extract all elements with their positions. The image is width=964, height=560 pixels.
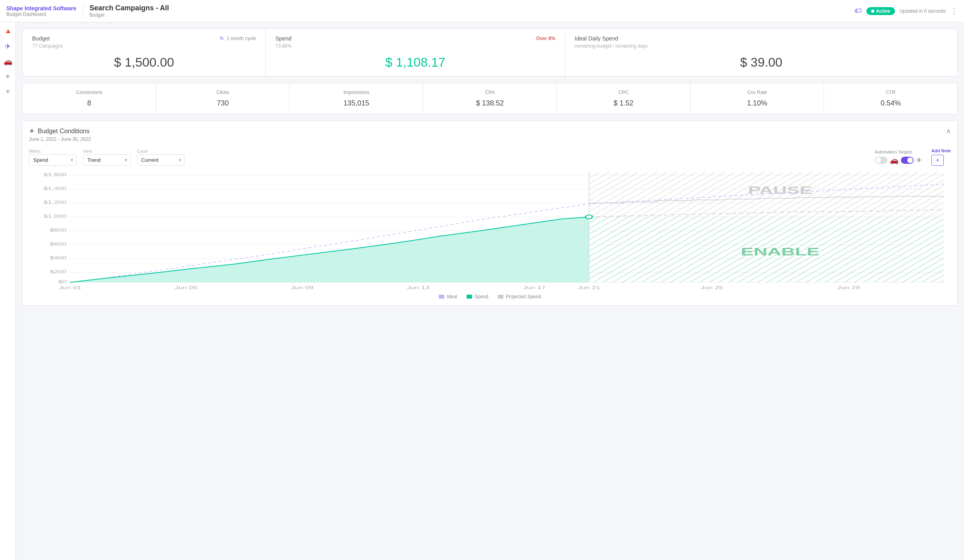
sidebar-icon-stacked[interactable]: 🔺 bbox=[4, 27, 12, 36]
metric-select[interactable]: Spend bbox=[29, 154, 77, 166]
stat-value-4: $ 1.52 bbox=[560, 99, 687, 107]
target-plane-icon: ✈ bbox=[916, 156, 922, 165]
spend-over-badge: Over 8% bbox=[536, 36, 555, 41]
svg-text:Jun 05: Jun 05 bbox=[175, 285, 198, 290]
view-filter: View Trend bbox=[83, 149, 131, 166]
stat-value-3: $ 138.52 bbox=[426, 99, 553, 107]
view-select[interactable]: Trend bbox=[83, 154, 131, 166]
view-label: View bbox=[83, 149, 131, 153]
cycle-select[interactable]: Current bbox=[137, 154, 184, 166]
cycle-icon: ↻ bbox=[220, 36, 224, 41]
stat-item: Conversions 8 bbox=[23, 83, 156, 114]
legend-spend-label: Spend bbox=[474, 294, 488, 299]
brand-block: Shape Integrated Software Budget Dashboa… bbox=[6, 5, 77, 17]
brand-sub: Budget Dashboard bbox=[6, 12, 77, 17]
active-badge: Active bbox=[866, 7, 895, 15]
main-content: Budget ↻ 1 month cycle 77 Campaigns $ 1,… bbox=[16, 22, 964, 560]
budget-campaign-count: 77 Campaigns bbox=[32, 43, 256, 49]
stat-value-6: 0.54% bbox=[827, 99, 954, 107]
ideal-card-title: Ideal Daily Spend bbox=[575, 35, 618, 42]
sidebar-icon-plane[interactable]: ✈ bbox=[5, 42, 11, 51]
svg-text:$200: $200 bbox=[50, 269, 67, 274]
cycle-select-wrap: Current bbox=[137, 154, 184, 166]
active-label: Active bbox=[876, 8, 890, 14]
stat-value-1: 730 bbox=[159, 99, 286, 107]
conditions-title: ☀ Budget Conditions bbox=[29, 127, 90, 135]
metric-select-wrap: Spend bbox=[29, 154, 77, 166]
svg-text:Jun 13: Jun 13 bbox=[407, 285, 430, 290]
stat-item: Impressions 135,015 bbox=[290, 83, 423, 114]
budget-chart: $1,600 $1,400 $1,200 $1,000 $800 $600 $4… bbox=[29, 172, 951, 291]
spend-pct: 73.88% bbox=[275, 43, 555, 49]
ideal-value: $ 39.00 bbox=[575, 55, 948, 70]
updated-text: Updated in 0 seconds bbox=[900, 8, 946, 14]
cards-row: Budget ↻ 1 month cycle 77 Campaigns $ 1,… bbox=[22, 29, 958, 77]
legend-projected: Projected Spend bbox=[498, 294, 541, 299]
svg-text:Jun 29: Jun 29 bbox=[837, 285, 860, 290]
stat-value-0: 8 bbox=[26, 99, 153, 107]
conditions-icon: ☀ bbox=[29, 127, 35, 135]
more-menu-icon[interactable]: ⋮ bbox=[951, 7, 958, 15]
budget-value: $ 1,500.00 bbox=[32, 55, 256, 70]
svg-text:$800: $800 bbox=[50, 228, 67, 232]
legend-projected-dot bbox=[498, 295, 503, 299]
legend-projected-label: Projected Spend bbox=[506, 294, 541, 299]
stats-row: Conversions 8Clicks 730Impressions 135,0… bbox=[22, 83, 958, 114]
svg-text:Jun 01: Jun 01 bbox=[59, 285, 81, 290]
sidebar-icon-car[interactable]: 🚗 bbox=[4, 57, 12, 66]
page-title-block: Search Campaigns - All Budget bbox=[90, 4, 169, 18]
svg-text:Jun 09: Jun 09 bbox=[291, 285, 313, 290]
chart-legend: Ideal Spend Projected Spend bbox=[29, 294, 951, 299]
chart-area: $1,600 $1,400 $1,200 $1,000 $800 $600 $4… bbox=[29, 172, 951, 299]
svg-text:$1,200: $1,200 bbox=[44, 200, 67, 205]
toggle-display[interactable] bbox=[875, 157, 887, 164]
stat-item: Cnv Rate 1.10% bbox=[691, 83, 824, 114]
budget-card: Budget ↻ 1 month cycle 77 Campaigns $ 1,… bbox=[23, 29, 266, 76]
collapse-icon[interactable]: ∧ bbox=[946, 127, 951, 135]
ideal-card-sub: remaining budget / remaining days bbox=[575, 43, 948, 49]
budget-card-title: Budget bbox=[32, 35, 50, 42]
stat-item: Clicks 730 bbox=[156, 83, 290, 114]
page-title: Search Campaigns - All bbox=[90, 4, 169, 12]
page-sub: Budget bbox=[90, 12, 169, 18]
sidebar-icon-gear[interactable]: ✦ bbox=[5, 72, 11, 81]
toggle-purple[interactable] bbox=[901, 157, 914, 164]
legend-ideal-dot bbox=[439, 295, 444, 299]
stat-label-3: CPA bbox=[426, 90, 553, 95]
brand-name[interactable]: Shape Integrated Software bbox=[6, 5, 77, 12]
add-note-button[interactable]: + bbox=[931, 155, 944, 166]
automation-targets: Automation Targets 🚗 ✈ Add Note + bbox=[875, 148, 951, 166]
svg-text:Jun 17: Jun 17 bbox=[523, 285, 545, 290]
conditions-title-text: Budget Conditions bbox=[38, 128, 90, 135]
stat-item: CTR 0.54% bbox=[824, 83, 957, 114]
stat-label-0: Conversions bbox=[26, 90, 153, 95]
metric-filter: Metric Spend bbox=[29, 149, 77, 166]
sidebar: 🔺 ✈ 🚗 ✦ ✶ bbox=[0, 22, 16, 560]
legend-spend-dot bbox=[467, 295, 472, 299]
stat-item: CPA $ 138.52 bbox=[423, 83, 557, 114]
conditions-date: June 1, 2022 - June 30, 2022 bbox=[29, 136, 951, 142]
spend-value: $ 1,108.17 bbox=[275, 55, 555, 70]
svg-text:$600: $600 bbox=[50, 242, 67, 246]
spend-card-title: Spend bbox=[275, 35, 291, 42]
active-dot bbox=[871, 10, 874, 13]
view-select-wrap: Trend bbox=[83, 154, 131, 166]
legend-spend: Spend bbox=[467, 294, 488, 299]
metric-label: Metric bbox=[29, 149, 77, 153]
svg-text:$1,600: $1,600 bbox=[44, 172, 67, 177]
filters-row: Metric Spend View Trend bbox=[29, 148, 951, 166]
automation-label: Automation Targets bbox=[875, 150, 922, 154]
cycle-label: 1 month cycle bbox=[227, 36, 256, 41]
svg-text:ENABLE: ENABLE bbox=[741, 245, 820, 257]
svg-text:$0: $0 bbox=[58, 279, 67, 284]
nav-right: 🏷 Active Updated in 0 seconds ⋮ bbox=[855, 7, 958, 15]
top-nav: Shape Integrated Software Budget Dashboa… bbox=[0, 0, 964, 22]
tag-icon[interactable]: 🏷 bbox=[855, 7, 862, 15]
spend-card: Spend Over 8% 73.88% $ 1,108.17 bbox=[266, 29, 565, 76]
ideal-card: Ideal Daily Spend remaining budget / rem… bbox=[565, 29, 957, 76]
sidebar-icon-star[interactable]: ✶ bbox=[5, 87, 11, 96]
svg-text:$400: $400 bbox=[50, 255, 67, 260]
nav-divider bbox=[83, 4, 83, 18]
add-note-label: Add Note bbox=[931, 148, 951, 153]
svg-text:Jun 21: Jun 21 bbox=[578, 285, 600, 290]
